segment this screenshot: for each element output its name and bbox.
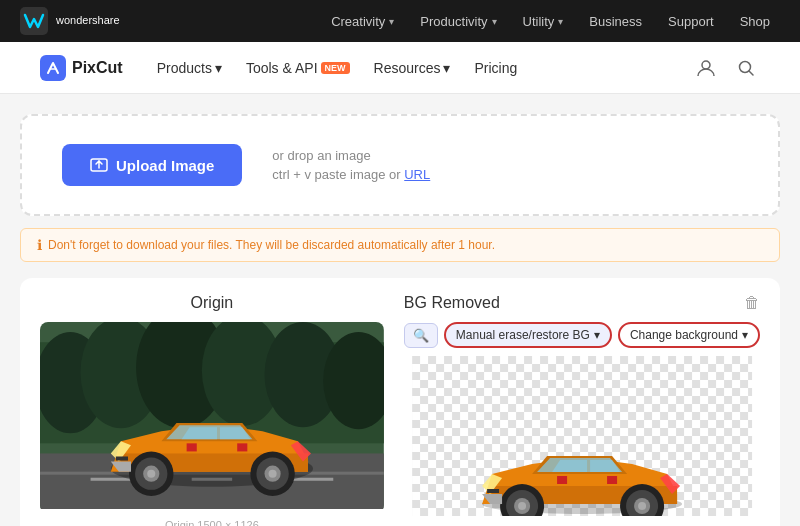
- upload-section: Upload Image or drop an image ctrl + v p…: [20, 114, 780, 216]
- svg-rect-1: [44, 59, 62, 77]
- pixcut-logo-text: PixCut: [72, 59, 123, 77]
- svg-rect-29: [116, 456, 128, 460]
- svg-rect-44: [557, 476, 567, 484]
- top-nav-items: Creativity ▾ Productivity ▾ Utility ▾ Bu…: [321, 10, 780, 33]
- wondershare-logo-icon: [20, 7, 48, 35]
- sec-nav-right: [692, 54, 760, 82]
- origin-image-container: [40, 322, 384, 513]
- trash-icon[interactable]: 🗑: [744, 294, 760, 312]
- chevron-down-icon: ▾: [594, 328, 600, 342]
- svg-point-43: [638, 502, 646, 510]
- chevron-down-icon: ▾: [215, 60, 222, 76]
- results-area: Origin: [20, 278, 780, 526]
- search-icon-button[interactable]: [732, 54, 760, 82]
- chevron-down-icon: ▾: [492, 16, 497, 27]
- chevron-down-icon: ▾: [389, 16, 394, 27]
- wondershare-logo[interactable]: wondershare: [20, 7, 120, 35]
- paste-hint: ctrl + v paste image or URL: [272, 167, 430, 182]
- origin-panel: Origin: [40, 294, 384, 526]
- manual-erase-button[interactable]: Manual erase/restore BG ▾: [444, 322, 612, 348]
- chevron-down-icon: ▾: [443, 60, 450, 76]
- drop-hint: or drop an image: [272, 148, 430, 163]
- svg-point-22: [147, 470, 155, 478]
- zoom-button[interactable]: 🔍: [404, 323, 438, 348]
- results-grid: Origin: [40, 294, 760, 526]
- pixcut-logo-icon: [40, 55, 66, 81]
- sec-nav-items: Products ▾ Tools & API NEW Resources ▾ P…: [147, 54, 692, 82]
- sec-nav-tools[interactable]: Tools & API NEW: [236, 54, 360, 82]
- bg-removed-image-container: [404, 356, 760, 520]
- warning-icon: ℹ: [37, 237, 42, 253]
- change-background-button[interactable]: Change background ▾: [618, 322, 760, 348]
- sec-nav-resources[interactable]: Resources ▾: [364, 54, 461, 82]
- new-badge: NEW: [321, 62, 350, 74]
- svg-rect-28: [237, 443, 247, 451]
- svg-rect-45: [607, 476, 617, 484]
- upload-icon: [90, 156, 108, 174]
- svg-rect-17: [293, 478, 333, 481]
- chevron-down-icon: ▾: [558, 16, 563, 27]
- wondershare-logo-text: wondershare: [56, 14, 120, 27]
- url-link[interactable]: URL: [404, 167, 430, 182]
- sec-nav-products[interactable]: Products ▾: [147, 54, 232, 82]
- user-icon-button[interactable]: [692, 54, 720, 82]
- top-nav-business[interactable]: Business: [579, 10, 652, 33]
- upload-image-button[interactable]: Upload Image: [62, 144, 242, 186]
- top-nav-support[interactable]: Support: [658, 10, 724, 33]
- warning-banner: ℹ Don't forget to download your files. T…: [20, 228, 780, 262]
- top-nav-productivity[interactable]: Productivity ▾: [410, 10, 506, 33]
- upload-hints: or drop an image ctrl + v paste image or…: [272, 148, 430, 182]
- origin-subtitle: Origin 1500 × 1126: [40, 519, 384, 526]
- origin-car-image: [40, 322, 384, 509]
- pixcut-logo[interactable]: PixCut: [40, 55, 123, 81]
- origin-title: Origin: [40, 294, 384, 312]
- top-nav-shop[interactable]: Shop: [730, 10, 780, 33]
- bg-removed-title: BG Removed 🗑: [404, 294, 760, 312]
- svg-point-26: [269, 470, 277, 478]
- top-navigation: wondershare Creativity ▾ Productivity ▾ …: [0, 0, 800, 42]
- bg-removed-panel: BG Removed 🗑 🔍 Manual erase/restore BG ▾…: [404, 294, 760, 526]
- svg-rect-46: [487, 489, 499, 493]
- svg-point-39: [518, 502, 526, 510]
- chevron-down-icon: ▾: [742, 328, 748, 342]
- bg-removed-car-image: [404, 356, 760, 516]
- sec-nav-pricing[interactable]: Pricing: [464, 54, 527, 82]
- svg-rect-15: [91, 478, 131, 481]
- svg-point-2: [702, 61, 710, 69]
- top-nav-creativity[interactable]: Creativity ▾: [321, 10, 404, 33]
- top-nav-utility[interactable]: Utility ▾: [513, 10, 574, 33]
- secondary-navigation: PixCut Products ▾ Tools & API NEW Resour…: [0, 42, 800, 94]
- svg-rect-27: [187, 443, 197, 451]
- warning-text: Don't forget to download your files. The…: [48, 238, 495, 252]
- toolbar-row: 🔍 Manual erase/restore BG ▾ Change backg…: [404, 322, 760, 348]
- main-content: Upload Image or drop an image ctrl + v p…: [0, 94, 800, 526]
